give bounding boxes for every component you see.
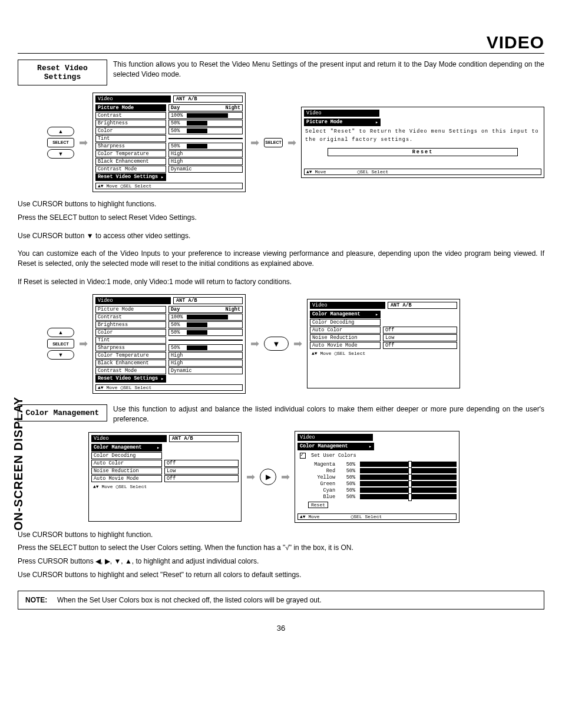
select-btn: SELECT (264, 138, 283, 147)
osd-brightness: Brightness (95, 321, 166, 328)
osd-color-decoding: Color Decoding (91, 452, 162, 459)
osd-ant: ANT A/B (388, 302, 457, 309)
osd-sharpness: Sharpness (95, 143, 166, 150)
osd-val-50c: 50% (168, 143, 243, 150)
osd-title: Video (95, 297, 171, 304)
cm-p1: Use CURSOR buttons to highlight function… (18, 530, 544, 540)
osd-small-reset: Reset (308, 502, 328, 508)
osd-val-dynamic: Dynamic (168, 166, 243, 173)
osd-footer-move: ▲▼ Move (306, 169, 326, 174)
osd-tint: Tint (95, 337, 166, 344)
select-btn: SELECT (47, 339, 74, 348)
set-user-colors-label: Set User Colors (311, 453, 356, 459)
arrow-icon: ➡ (79, 337, 88, 350)
osd-color-mgmt-hl: Color Management (91, 444, 162, 452)
osd-val-high2: High (168, 158, 243, 165)
reset-video-section: Reset Video Settings This function allow… (18, 60, 544, 394)
sidebar-label: ON-SCREEN DISPLAY (12, 397, 25, 531)
reset-p2: Press the SELECT button to select Reset … (18, 213, 544, 223)
cm-p3: Press CURSOR buttons ◀, ▶, ▼, ▲, to high… (18, 556, 544, 566)
reset-p4: You can customize each of the Video Inpu… (18, 249, 544, 269)
osd-picture-mode: Picture Mode (95, 104, 166, 111)
cm-p2: Press the SELECT button to select the Us… (18, 543, 544, 553)
osd-val-50b: 50% (168, 127, 243, 134)
osd-title: Video (95, 95, 171, 103)
color-mgmt-box-title: Color Management (18, 404, 107, 421)
reset-osd-row-1: ▲ SELECT ▼ ➡ Video ANT A/B Picture ModeD… (47, 93, 544, 192)
osd-footer: ▲▼ Move ◯SEL Select (95, 183, 243, 189)
osd-color: Color (95, 127, 166, 134)
osd-ant: ANT A/B (169, 435, 239, 442)
osd-contrast: Contrast (95, 314, 166, 321)
osd-footer-split: ▲▼ Move ◯SEL Select (297, 513, 457, 520)
osd-picture-mode-hl: Picture Mode (304, 118, 381, 126)
set-user-colors-checkbox (300, 453, 306, 459)
osd-contrast-mode: Contrast Mode (95, 166, 166, 173)
osd-auto-color: Auto Color (310, 327, 381, 334)
color-mgmt-section: Color Management Use this function to ad… (18, 404, 544, 610)
osd-contrast-mode: Contrast Mode (95, 367, 166, 374)
osd-sharpness: Sharpness (95, 344, 166, 351)
osd-color-mgmt-hl: Color Management (310, 311, 381, 318)
remote-cursor-select: ▲ SELECT ▼ (47, 127, 74, 159)
reset-osd-row-2: ▲ SELECT ▼ ➡ Video ANT A/B Picture ModeD… (47, 294, 544, 394)
cursor-down-btn: ▼ (47, 350, 74, 360)
cursor-right-btn: ▶ (260, 469, 276, 485)
osd-daynight: DayNight (168, 306, 243, 313)
arrow-icon: ➡ (246, 470, 255, 483)
osd-color-temp: Color Temperature (95, 352, 166, 359)
osd-title: Video (91, 435, 167, 442)
osd-tint: Tint (95, 135, 166, 142)
osd-noise-reduction: Noise Reduction (310, 334, 381, 341)
color-mgmt-desc: Use this function to adjust and balance … (113, 404, 544, 424)
horizontal-rule (18, 53, 544, 54)
osd-color-mgmt-menu: Video ANT A/B Color Management Color Dec… (307, 299, 460, 388)
osd-auto-color: Auto Color (91, 460, 162, 467)
osd-color: Color (95, 329, 166, 336)
reset-p5: If Reset is selected in Video:1 mode, on… (18, 277, 544, 287)
osd-val-50: 50% (168, 120, 243, 127)
osd-day: Day (171, 105, 180, 111)
osd-contrast: Contrast (95, 112, 166, 119)
cursor-up-btn: ▲ (47, 127, 74, 136)
osd-tint-bar (168, 138, 243, 139)
reset-p3: Use CURSOR button ▼ to access other vide… (18, 231, 544, 241)
osd-picture-mode: Picture Mode (95, 306, 166, 313)
cursor-up-btn: ▲ (47, 328, 74, 337)
osd-footer-split: ▲▼ Move ◯SEL Select (304, 169, 541, 175)
reset-video-box-title: Reset Video Settings (18, 60, 107, 85)
osd-color-mgmt-menu-2: Video ANT A/B Color Management Color Dec… (88, 432, 242, 522)
osd-reset-video-settings: Reset Video Settings (95, 173, 166, 181)
osd-black-enh: Black Enhancement (95, 158, 166, 165)
osd-video-menu-2: Video ANT A/B Picture ModeDayNight Contr… (92, 294, 246, 394)
osd-footer: ▲▼ Move ◯SEL Select (95, 384, 243, 391)
osd-daynight: DayNight (168, 104, 243, 111)
osd-ant: ANT A/B (173, 95, 243, 103)
osd-user-colors: Video Color Management Set User Colors M… (295, 431, 459, 522)
cursor-down-btn-oval: ▼ (264, 337, 289, 351)
osd-reset-video-settings: Reset Video Settings (95, 375, 166, 383)
osd-ant: ANT A/B (173, 297, 243, 304)
cursor-down-btn: ▼ (47, 149, 74, 159)
osd-color-decoding: Color Decoding (310, 319, 381, 326)
cm-p4: Use CURSOR buttons to highlight and sele… (18, 570, 544, 580)
osd-black-enh: Black Enhancement (95, 360, 166, 367)
reset-body-text: Use CURSOR buttons to highlight function… (18, 199, 544, 287)
osd-noise-reduction: Noise Reduction (91, 467, 162, 475)
osd-footer: ▲▼ Move ◯SEL Select (91, 484, 239, 489)
osd-title: Video (297, 434, 373, 441)
osd-auto-movie: Auto Movie Mode (91, 475, 162, 482)
colormgmt-osd-row: Video ANT A/B Color Management Color Dec… (88, 431, 544, 522)
osd-brightness: Brightness (95, 120, 166, 127)
reset-video-desc: This function allows you to Reset the Vi… (113, 60, 544, 80)
osd-footer-sel: ◯SEL Select (357, 169, 388, 174)
remote-cursor-select: ▲ SELECT ▼ (47, 328, 74, 360)
osd-reset-button: Reset (328, 148, 518, 156)
note-box: NOTE: When the Set User Colors box is no… (18, 591, 544, 610)
osd-title: Video (310, 302, 385, 309)
note-text: When the Set User Colors box is not chec… (57, 596, 322, 604)
arrow-icon: ➡ (250, 136, 259, 149)
arrow-icon: ➡ (79, 136, 88, 149)
osd-auto-movie: Auto Movie Mode (310, 342, 381, 349)
osd-video-menu-1: Video ANT A/B Picture ModeDayNight Contr… (92, 93, 246, 192)
